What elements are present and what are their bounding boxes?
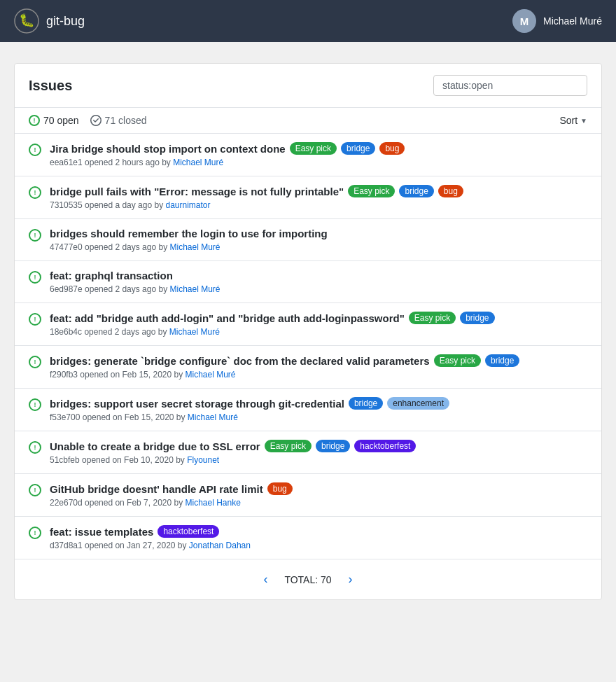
issue-author-link[interactable]: Michael Muré [169, 284, 220, 294]
issue-title[interactable]: bridges: support user secret storage thr… [50, 398, 344, 410]
issue-content: Jira bridge should stop import on contex… [50, 142, 587, 167]
issue-label[interactable]: bridge [341, 142, 375, 155]
issue-open-icon [29, 484, 41, 496]
issue-label[interactable]: bug [267, 482, 293, 495]
issue-title[interactable]: Jira bridge should stop import on contex… [50, 143, 286, 155]
issue-label[interactable]: Easy pick [434, 354, 481, 367]
sort-chevron-icon: ▼ [580, 117, 587, 125]
issue-label[interactable]: Easy pick [348, 185, 395, 197]
search-input[interactable] [433, 75, 587, 96]
issue-author-link[interactable]: Michael Muré [169, 242, 220, 252]
issue-open-icon [29, 398, 41, 411]
issue-open-icon [29, 144, 41, 156]
issues-header: Issues [15, 64, 601, 108]
issue-content: bridges: support user secret storage thr… [50, 397, 587, 422]
issue-label[interactable]: bridge [349, 397, 383, 410]
issue-open-icon [29, 527, 41, 539]
issue-title-row: bridges: support user secret storage thr… [50, 397, 587, 410]
issue-label[interactable]: Easy pick [265, 440, 312, 452]
issue-open-icon [29, 229, 41, 242]
issue-title-row: bridges should remember the login to use… [50, 228, 587, 239]
issue-label[interactable]: bridge [485, 354, 519, 367]
avatar[interactable]: M [512, 9, 536, 33]
issue-title-row: GitHub bridge doesnt' handle API rate li… [50, 482, 587, 495]
issue-author-link[interactable]: daurnimator [165, 200, 210, 210]
filter-bar: 70 open 71 closed Sort ▼ [15, 108, 601, 134]
issue-row: feat: issue templateshacktoberfestd37d8a… [15, 517, 601, 559]
issue-title[interactable]: feat: issue templates [50, 526, 153, 538]
issue-label[interactable]: bridge [316, 440, 350, 452]
issue-label[interactable]: Easy pick [290, 142, 337, 155]
issue-label[interactable]: hacktoberfest [158, 525, 219, 538]
issue-author-link[interactable]: Jonathan Dahan [189, 541, 251, 550]
app-logo-icon: 🐛 [14, 8, 39, 34]
filter-left: 70 open 71 closed [29, 115, 147, 126]
issues-title: Issues [29, 78, 72, 94]
issue-meta: 7310535 opened a day ago by daurnimator [50, 200, 587, 210]
issue-content: feat: graphql transaction6ed987e opened … [50, 270, 587, 294]
issue-list: Jira bridge should stop import on contex… [15, 134, 601, 559]
issue-row: bridges should remember the login to use… [15, 219, 601, 261]
issue-open-icon [29, 271, 41, 284]
issue-row: feat: add "bridge auth add-login" and "b… [15, 303, 601, 346]
issue-content: bridge pull fails with "Error: message i… [50, 185, 587, 210]
issue-label[interactable]: bug [379, 142, 405, 155]
issue-title[interactable]: bridges: generate `bridge configure` doc… [50, 355, 430, 367]
sort-label: Sort [559, 115, 578, 126]
issue-author-link[interactable]: Michael Muré [169, 327, 220, 337]
issue-title-row: Unable to create a bridge due to SSL err… [50, 440, 587, 452]
issue-title-row: Jira bridge should stop import on contex… [50, 142, 587, 155]
issue-row: bridges: support user secret storage thr… [15, 389, 601, 431]
issue-title-row: bridges: generate `bridge configure` doc… [50, 354, 587, 367]
issue-author-link[interactable]: Flyounet [187, 455, 219, 465]
issue-title-row: bridge pull fails with "Error: message i… [50, 185, 587, 197]
issue-row: bridge pull fails with "Error: message i… [15, 176, 601, 219]
header-left: 🐛 git-bug [14, 8, 85, 34]
next-page-button[interactable]: › [343, 569, 358, 590]
issue-content: feat: add "bridge auth add-login" and "b… [50, 312, 587, 337]
open-issues-icon [29, 115, 40, 126]
issue-title[interactable]: bridges should remember the login to use… [50, 228, 328, 239]
sort-button[interactable]: Sort ▼ [559, 115, 587, 126]
issue-content: GitHub bridge doesnt' handle API rate li… [50, 482, 587, 508]
closed-filter[interactable]: 71 closed [90, 115, 147, 126]
issue-meta: eea61e1 opened 2 hours ago by Michael Mu… [50, 158, 587, 167]
issue-content: feat: issue templateshacktoberfestd37d8a… [50, 525, 587, 550]
issue-meta: 22e670d opened on Feb 7, 2020 by Michael… [50, 498, 587, 508]
issue-meta: 18e6b4c opened 2 days ago by Michael Mur… [50, 327, 587, 337]
issue-title[interactable]: feat: add "bridge auth add-login" and "b… [50, 312, 405, 324]
app-title: git-bug [46, 14, 85, 29]
issue-content: bridges: generate `bridge configure` doc… [50, 354, 587, 380]
issue-author-link[interactable]: Michael Muré [173, 158, 223, 167]
issue-label[interactable]: bridge [399, 185, 433, 197]
issue-title[interactable]: bridge pull fails with "Error: message i… [50, 186, 344, 197]
closed-count: 71 closed [105, 115, 147, 126]
issue-title[interactable]: Unable to create a bridge due to SSL err… [50, 440, 260, 452]
issue-label[interactable]: Easy pick [409, 312, 456, 324]
issue-title-row: feat: issue templateshacktoberfest [50, 525, 587, 538]
app-header: 🐛 git-bug M Michael Muré [0, 0, 616, 42]
issue-row: bridges: generate `bridge configure` doc… [15, 346, 601, 389]
issue-author-link[interactable]: Michael Muré [186, 370, 236, 380]
closed-issues-icon [90, 115, 102, 126]
issue-open-icon [29, 441, 41, 454]
issue-label[interactable]: bridge [460, 312, 494, 324]
issue-author-link[interactable]: Michael Hanke [186, 498, 241, 508]
issue-row: Unable to create a bridge due to SSL err… [15, 431, 601, 474]
issue-title[interactable]: feat: graphql transaction [50, 270, 173, 281]
issue-row: GitHub bridge doesnt' handle API rate li… [15, 474, 601, 517]
user-name: Michael Muré [543, 15, 602, 27]
issue-author-link[interactable]: Michael Muré [188, 412, 238, 422]
open-filter[interactable]: 70 open [29, 115, 79, 126]
issue-label[interactable]: enhancement [387, 397, 449, 410]
pagination-total: TOTAL: 70 [284, 574, 331, 585]
issue-meta: 6ed987e opened 2 days ago by Michael Mur… [50, 284, 587, 294]
prev-page-button[interactable]: ‹ [258, 569, 273, 590]
issue-label[interactable]: bug [438, 185, 463, 197]
issue-open-icon [29, 356, 41, 368]
issue-title-row: feat: graphql transaction [50, 270, 587, 281]
issue-title[interactable]: GitHub bridge doesnt' handle API rate li… [50, 483, 263, 495]
issue-label[interactable]: hacktoberfest [354, 440, 416, 452]
header-right: M Michael Muré [512, 9, 602, 33]
issue-row: feat: graphql transaction6ed987e opened … [15, 261, 601, 303]
